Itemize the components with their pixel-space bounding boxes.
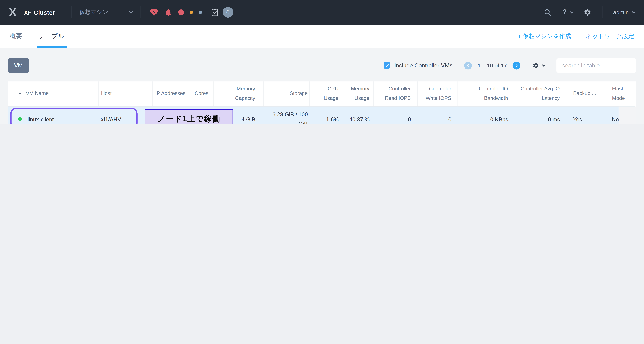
separator-dot: ·	[550, 62, 552, 69]
health-alert-group	[150, 8, 202, 17]
col-header-host[interactable]: Host	[98, 81, 152, 106]
network-config-link[interactable]: ネットワーク設定	[586, 33, 634, 40]
create-vm-link[interactable]: + 仮想マシンを作成	[518, 33, 571, 40]
table-header-row: ▲VM Name Host IP Addresses Cores Memory …	[8, 81, 635, 106]
alerts-bell-icon[interactable]	[164, 8, 172, 17]
tab-separator: ·	[30, 33, 32, 40]
col-header-memory-usage[interactable]: Memory Usage	[342, 81, 374, 106]
table-row[interactable]: linux-client xf1/AHV 4 GiB 6.28 GiB / 10…	[8, 106, 635, 124]
divider	[602, 6, 602, 19]
admin-username: admin	[613, 9, 629, 16]
alert-critical-dot[interactable]	[178, 10, 184, 15]
separator-dot: ·	[458, 62, 459, 69]
col-header-memory-capacity[interactable]: Memory Capacity	[214, 81, 264, 106]
tab-overview[interactable]: 概要	[10, 25, 22, 48]
vm-cpu-usage: 1.6%	[310, 106, 342, 124]
include-controller-vms-label: Include Controller VMs	[394, 62, 452, 69]
vm-controller-read-iops: 0	[374, 106, 418, 124]
cluster-name[interactable]: XF-Cluster	[24, 9, 55, 16]
admin-menu[interactable]: admin	[613, 9, 635, 16]
separator-dot: ·	[526, 62, 527, 69]
chevron-down-icon	[632, 10, 636, 14]
sort-asc-icon: ▲	[18, 91, 22, 95]
divider	[140, 6, 140, 19]
help-icon: ?	[562, 8, 567, 17]
entity-dropdown-label: 仮想マシン	[79, 9, 108, 16]
entity-dropdown[interactable]: 仮想マシン	[79, 9, 132, 16]
chevron-down-icon	[570, 10, 574, 14]
vm-storage: 6.28 GiB / 100 GiB	[264, 106, 310, 124]
prev-page-button[interactable]	[464, 61, 472, 69]
table-scrollbar-gutter[interactable]	[618, 107, 636, 124]
health-heart-icon[interactable]	[150, 8, 158, 17]
divider	[72, 6, 72, 19]
vm-controller-avg-io-latency: 0 ms	[514, 106, 566, 124]
col-header-storage[interactable]: Storage	[264, 81, 310, 106]
search-icon	[544, 9, 552, 16]
vm-memory-usage: 40.37 %	[342, 106, 374, 124]
table-controls: VM Include Controller VMs · 1 – 10 of 17	[8, 58, 636, 73]
col-header-ip-addresses[interactable]: IP Addresses	[152, 81, 190, 106]
table-search-box	[556, 58, 636, 73]
alert-info-dot[interactable]	[199, 11, 202, 14]
col-header-cores[interactable]: Cores	[190, 81, 214, 106]
alert-warning-dot[interactable]	[190, 11, 193, 14]
gear-icon	[584, 9, 592, 16]
table-search-input[interactable]	[562, 62, 636, 69]
col-header-vm-name[interactable]: ▲VM Name	[8, 81, 98, 106]
vm-backup: Yes	[566, 106, 601, 124]
col-header-controller-avg-io-latency[interactable]: Controller Avg IO Latency	[514, 81, 566, 106]
vm-entity-button[interactable]: VM	[8, 58, 29, 73]
chevron-down-icon	[128, 9, 133, 14]
col-header-controller-write-iops[interactable]: Controller Write IOPS	[418, 81, 457, 106]
vm-controller-io-bandwidth: 0 KBps	[457, 106, 514, 124]
next-page-button[interactable]	[513, 61, 520, 69]
tab-table[interactable]: テーブル	[39, 25, 64, 48]
col-header-controller-read-iops[interactable]: Controller Read IOPS	[374, 81, 418, 106]
controls-right: Include Controller VMs · 1 – 10 of 17 ·	[384, 58, 636, 73]
help-menu[interactable]: ?	[562, 8, 573, 17]
app-root: X XF-Cluster 仮想マシン 0	[0, 0, 644, 124]
vm-table: ▲VM Name Host IP Addresses Cores Memory …	[8, 81, 635, 124]
tab-actions: + 仮想マシンを作成 ネットワーク設定	[518, 33, 634, 40]
col-header-backup[interactable]: Backup ...	[566, 81, 601, 106]
vm-table-card: ▲VM Name Host IP Addresses Cores Memory …	[8, 81, 636, 124]
navbar: X XF-Cluster 仮想マシン 0	[0, 0, 644, 25]
chevron-down-icon	[542, 63, 546, 67]
table-settings-button[interactable]	[532, 62, 545, 69]
tasks-clipboard-icon[interactable]	[211, 8, 218, 17]
col-header-cpu-usage[interactable]: CPU Usage	[310, 81, 342, 106]
col-header-controller-io-bandwidth[interactable]: Controller IO Bandwidth	[457, 81, 514, 106]
nutanix-x-logo-icon[interactable]: X	[9, 6, 16, 19]
tasks-count-badge[interactable]: 0	[222, 7, 233, 18]
content: VM Include Controller VMs · 1 – 10 of 17	[0, 58, 644, 124]
vm-controller-write-iops: 0	[418, 106, 457, 124]
settings-button[interactable]	[584, 9, 592, 16]
checkmark-icon	[384, 63, 389, 68]
tab-bar: 概要 · テーブル + 仮想マシンを作成 ネットワーク設定	[0, 25, 644, 48]
tasks-group: 0	[211, 7, 233, 18]
navbar-right: ? admin	[533, 6, 635, 19]
chevron-right-icon	[515, 64, 518, 67]
col-header-flash-mode[interactable]: Flash Mode	[601, 81, 635, 106]
page-range: 1 – 10 of 17	[478, 62, 507, 69]
global-search-button[interactable]	[544, 9, 552, 16]
vm-status-dot	[18, 117, 22, 121]
chevron-left-icon	[466, 64, 470, 67]
vm-name[interactable]: linux-client	[28, 116, 54, 122]
include-controller-vms-checkbox[interactable]	[384, 62, 390, 69]
annotation-box: ノード1上で稼働	[144, 109, 233, 124]
gear-icon	[532, 62, 539, 69]
